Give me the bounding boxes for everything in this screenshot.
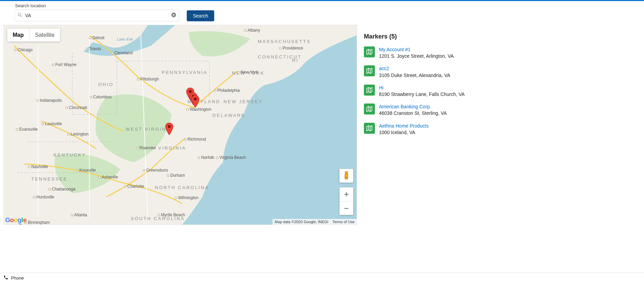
marker-text: My Account #11201 S. Joyce Street, Arlin… — [379, 46, 454, 59]
marker-address: 8190 Strawberry Lane, Falls Church, VA — [379, 91, 465, 97]
map-attribution: Map data ©2020 Google, INEGI Terms of Us… — [273, 219, 357, 225]
marker-address: 1201 S. Joyce Street, Arlington, VA — [379, 53, 454, 59]
search-row: Search location Search — [0, 1, 644, 25]
search-icon — [18, 13, 22, 19]
content-row: OHIOPENNSYLVANIAMASSACHUSETTSCONNECTICUT… — [0, 25, 644, 225]
marker-text: American Banking Corp.46038 Cranston St,… — [379, 104, 447, 116]
map-terrain — [4, 25, 357, 225]
map-type-map[interactable]: Map — [7, 29, 29, 42]
marker-title-link[interactable]: Hi — [379, 85, 465, 91]
marker-item: Hi8190 Strawberry Lane, Falls Church, VA — [364, 85, 516, 97]
svg-line-1 — [21, 15, 22, 17]
search-button[interactable]: Search — [187, 10, 214, 21]
google-logo: Google — [5, 216, 26, 224]
marker-title-link[interactable]: American Banking Corp. — [379, 104, 447, 110]
search-label: Search location — [15, 3, 179, 8]
marker-item: American Banking Corp.46038 Cranston St,… — [364, 104, 516, 116]
map-pin[interactable] — [191, 95, 199, 108]
marker-address: 46038 Cranston St, Sterling, VA — [379, 110, 447, 116]
clear-icon[interactable] — [171, 12, 176, 19]
map-canvas[interactable]: OHIOPENNSYLVANIAMASSACHUSETTSCONNECTICUT… — [3, 25, 357, 225]
markers-list: My Account #11201 S. Joyce Street, Arlin… — [364, 46, 516, 135]
marker-text: acc23105 Duke Street, Alexandria, VA — [379, 65, 450, 78]
svg-point-6 — [194, 98, 197, 100]
search-block: Search location — [14, 3, 179, 21]
search-input-wrap — [14, 10, 179, 21]
marker-title-link[interactable]: acc2 — [379, 65, 450, 72]
marker-address: 1000 Iceland, VA — [379, 129, 429, 135]
location-icon — [364, 85, 375, 96]
marker-title-link[interactable]: My Account #1 — [379, 46, 454, 53]
markers-sidebar: Markers (5) My Account #11201 S. Joyce S… — [357, 25, 518, 135]
marker-address: 3105 Duke Street, Alexandria, VA — [379, 72, 450, 78]
pegman-button[interactable] — [340, 169, 353, 183]
svg-point-0 — [18, 13, 21, 16]
location-icon — [364, 123, 375, 134]
zoom-out-button[interactable]: − — [340, 201, 353, 215]
map-type-satellite[interactable]: Satellite — [29, 29, 60, 42]
svg-point-8 — [345, 171, 348, 174]
zoom-in-button[interactable]: + — [340, 187, 353, 201]
marker-item: acc23105 Duke Street, Alexandria, VA — [364, 65, 516, 78]
location-icon — [364, 46, 375, 57]
marker-text: Aethna Home Products1000 Iceland, VA — [379, 123, 429, 135]
location-icon — [364, 65, 375, 76]
marker-title-link[interactable]: Aethna Home Products — [379, 123, 429, 129]
terms-link[interactable]: Terms of Use — [330, 219, 357, 225]
svg-point-7 — [168, 125, 171, 128]
marker-item: My Account #11201 S. Joyce Street, Arlin… — [364, 46, 516, 59]
location-icon — [364, 104, 375, 115]
markers-title: Markers (5) — [364, 33, 516, 40]
map-data-text: Map data ©2020 Google, INEGI — [273, 219, 330, 225]
search-input[interactable] — [14, 10, 179, 21]
map-pin[interactable] — [165, 123, 173, 135]
zoom-controls: + − — [340, 187, 353, 215]
marker-text: Hi8190 Strawberry Lane, Falls Church, VA — [379, 85, 465, 97]
map-type-toggle: Map Satellite — [7, 29, 60, 42]
marker-item: Aethna Home Products1000 Iceland, VA — [364, 123, 516, 135]
